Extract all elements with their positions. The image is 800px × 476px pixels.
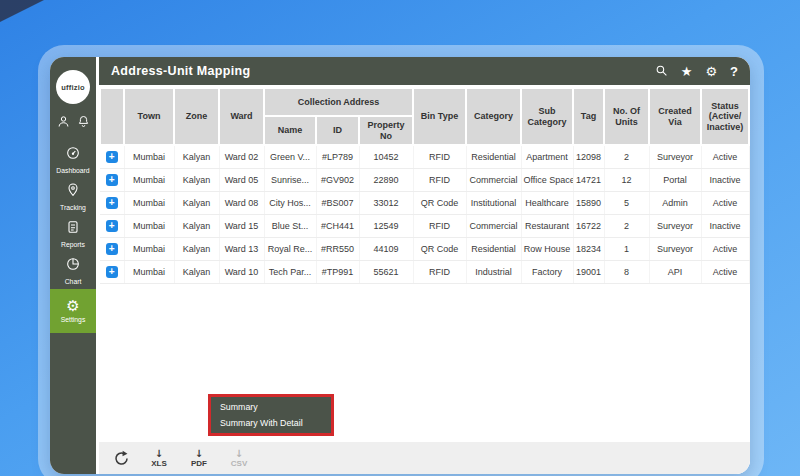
mapping-table: Town Zone Ward Collection Address Bin Ty… — [99, 85, 750, 284]
cell-units: 12 — [604, 169, 649, 192]
dashboard-icon — [65, 145, 81, 165]
cell-bin_type: RFID — [413, 261, 466, 284]
cell-category: Residential — [466, 145, 521, 169]
header-property-no: Property No — [359, 116, 413, 145]
refresh-icon[interactable] — [111, 448, 131, 468]
sidebar-item-reports[interactable]: Reports — [50, 215, 96, 252]
cell-sub_category: Factory — [521, 261, 573, 284]
expand-row-button[interactable]: + — [106, 197, 118, 209]
cell-created_via: Admin — [649, 192, 701, 215]
table-row: +MumbaiKalyanWard 08City Hos...#BS007330… — [100, 192, 749, 215]
cell-ward: Ward 13 — [219, 238, 264, 261]
header-units: No. Of Units — [604, 88, 649, 145]
cell-ward: Ward 10 — [219, 261, 264, 284]
cell-tag: 18234 — [573, 238, 604, 261]
cell-property_no: 12549 — [359, 215, 413, 238]
cell-created_via: Surveyor — [649, 145, 701, 169]
cell-ward: Ward 08 — [219, 192, 264, 215]
app-window: uffizio — [50, 57, 750, 474]
cell-id: #RR550 — [316, 238, 359, 261]
user-icon[interactable] — [56, 114, 71, 129]
star-icon[interactable]: ★ — [681, 65, 693, 78]
cell-units: 1 — [604, 238, 649, 261]
expand-row-button[interactable]: + — [106, 220, 118, 232]
sidebar-nav: Dashboard Tracking — [50, 141, 96, 333]
cell-name: Green V... — [264, 145, 316, 169]
export-csv-button[interactable]: ↓ CSV — [227, 449, 251, 468]
cell-tag: 19001 — [573, 261, 604, 284]
sidebar-item-dashboard[interactable]: Dashboard — [50, 141, 96, 178]
gear-icon[interactable]: ⚙ — [705, 65, 717, 78]
page-title: Address-Unit Mapping — [111, 64, 250, 78]
cell-tag: 12098 — [573, 145, 604, 169]
row-expand-cell: + — [100, 145, 124, 169]
cell-id: #GV902 — [316, 169, 359, 192]
header-status: Status (Active/ Inactive) — [701, 88, 749, 145]
export-xls-button[interactable]: ↓ XLS — [147, 449, 171, 468]
cell-created_via: Portal — [649, 169, 701, 192]
cell-ward: Ward 05 — [219, 169, 264, 192]
cell-ward: Ward 15 — [219, 215, 264, 238]
cell-bin_type: RFID — [413, 215, 466, 238]
cell-name: Tech Par... — [264, 261, 316, 284]
cell-bin_type: QR Code — [413, 238, 466, 261]
cell-name: City Hos... — [264, 192, 316, 215]
header-expander — [100, 88, 124, 145]
header-category: Category — [466, 88, 521, 145]
cell-property_no: 22890 — [359, 169, 413, 192]
cell-tag: 16722 — [573, 215, 604, 238]
titlebar: Address-Unit Mapping ★ ⚙ ? — [99, 57, 750, 85]
sidebar-item-settings[interactable]: ⚙ Settings — [50, 289, 96, 333]
logo-text: uffizio — [61, 83, 84, 92]
cell-id: #BS007 — [316, 192, 359, 215]
cell-name: Sunrise... — [264, 169, 316, 192]
cell-town: Mumbai — [124, 145, 174, 169]
table-row: +MumbaiKalyanWard 10Tech Par...#TP991556… — [100, 261, 749, 284]
cell-town: Mumbai — [124, 192, 174, 215]
sidebar-item-tracking[interactable]: Tracking — [50, 178, 96, 215]
expand-row-button[interactable]: + — [106, 151, 118, 163]
export-label: XLS — [151, 459, 167, 468]
cell-units: 8 — [604, 261, 649, 284]
cell-units: 5 — [604, 192, 649, 215]
bell-icon[interactable] — [76, 114, 91, 129]
sidebar-item-label: Chart — [65, 278, 82, 285]
expand-row-button[interactable]: + — [106, 266, 118, 278]
download-icon: ↓ — [155, 449, 163, 458]
cell-zone: Kalyan — [174, 192, 219, 215]
table-header: Town Zone Ward Collection Address Bin Ty… — [100, 88, 749, 145]
table-row: +MumbaiKalyanWard 02Green V...#LP7891045… — [100, 145, 749, 169]
cell-created_via: API — [649, 261, 701, 284]
cell-status: Active — [701, 192, 749, 215]
cell-town: Mumbai — [124, 261, 174, 284]
sidebar-item-label: Settings — [61, 316, 86, 323]
export-options-popup: Summary Summary With Detail — [208, 394, 334, 436]
expand-row-button[interactable]: + — [106, 174, 118, 186]
row-expand-cell: + — [100, 238, 124, 261]
popup-item-summary-with-detail[interactable]: Summary With Detail — [211, 415, 331, 431]
cell-category: Residential — [466, 238, 521, 261]
expand-row-button[interactable]: + — [106, 243, 118, 255]
cell-property_no: 44109 — [359, 238, 413, 261]
header-created-via: Created Via — [649, 88, 701, 145]
export-pdf-button[interactable]: ↓ PDF — [187, 449, 211, 468]
cell-property_no: 55621 — [359, 261, 413, 284]
cell-property_no: 10452 — [359, 145, 413, 169]
reports-icon — [65, 219, 81, 239]
sidebar-item-chart[interactable]: Chart — [50, 252, 96, 289]
cell-ward: Ward 02 — [219, 145, 264, 169]
cell-category: Industrial — [466, 261, 521, 284]
table-body: +MumbaiKalyanWard 02Green V...#LP7891045… — [100, 145, 749, 284]
uffizio-logo[interactable]: uffizio — [56, 70, 90, 104]
popup-item-summary[interactable]: Summary — [211, 399, 331, 415]
cell-status: Active — [701, 238, 749, 261]
export-label: PDF — [191, 459, 207, 468]
help-icon[interactable]: ? — [730, 65, 738, 78]
search-icon[interactable] — [655, 64, 668, 79]
cell-name: Royal Re... — [264, 238, 316, 261]
header-ward: Ward — [219, 88, 264, 145]
row-expand-cell: + — [100, 169, 124, 192]
header-tag: Tag — [573, 88, 604, 145]
cell-zone: Kalyan — [174, 215, 219, 238]
export-label: CSV — [231, 459, 247, 468]
